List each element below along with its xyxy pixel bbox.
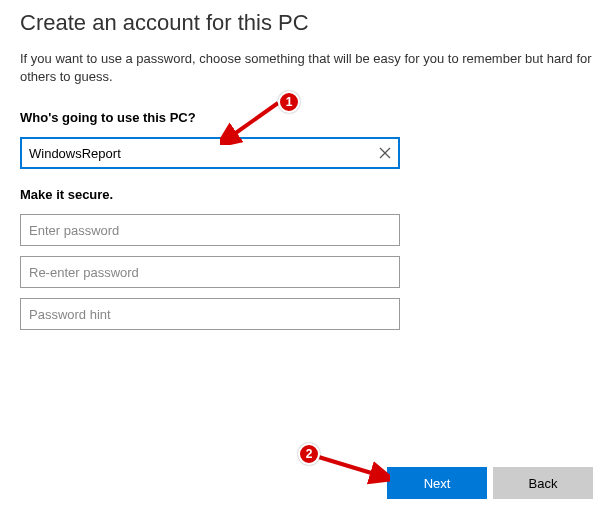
password-input[interactable]	[20, 214, 400, 246]
arrow-icon	[300, 445, 390, 485]
username-label: Who's going to use this PC?	[20, 110, 593, 125]
next-button[interactable]: Next	[387, 467, 487, 499]
back-button[interactable]: Back	[493, 467, 593, 499]
svg-line-3	[312, 455, 378, 475]
secure-section: Make it secure.	[20, 187, 593, 330]
password-hint-input[interactable]	[20, 298, 400, 330]
page-title: Create an account for this PC	[20, 10, 593, 36]
page-description: If you want to use a password, choose so…	[20, 50, 593, 86]
button-row: Next Back	[387, 467, 593, 499]
secure-label: Make it secure.	[20, 187, 593, 202]
clear-icon[interactable]	[376, 144, 394, 162]
annotation-badge: 2	[298, 443, 320, 465]
username-section: Who's going to use this PC?	[20, 110, 593, 169]
annotation-2: 2	[300, 445, 390, 485]
username-input[interactable]	[20, 137, 400, 169]
username-input-wrapper	[20, 137, 400, 169]
reenter-password-input[interactable]	[20, 256, 400, 288]
